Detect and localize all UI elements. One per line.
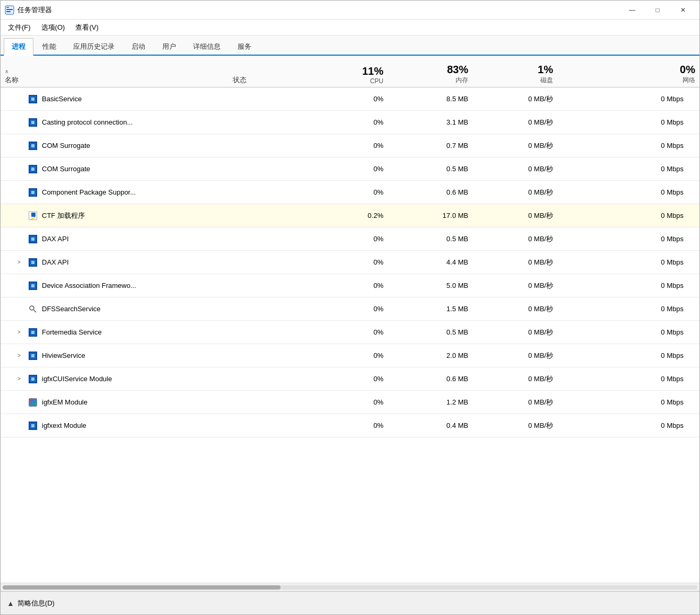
cell-memory: 0.5 MB [388,326,472,338]
cell-cpu: 0% [313,396,388,408]
cell-status [229,97,313,101]
expand-arrow [18,399,23,405]
maximize-button[interactable]: □ [645,3,670,17]
tab-app-history[interactable]: 应用历史记录 [65,38,122,55]
cell-name: igfxEM Module [1,396,229,409]
minimize-button[interactable]: — [620,3,644,17]
tab-users[interactable]: 用户 [154,38,184,55]
cell-name: igfxext Module [1,419,229,433]
tabs-bar: 进程 性能 应用历史记录 启动 用户 详细信息 服务 [1,36,699,56]
table-row[interactable]: > Fortemedia Service 0% 0.5 MB 0 MB/秒 0 … [1,321,699,344]
col-net-header[interactable]: 0% 网络 [557,62,699,87]
cell-name: DAX API [1,232,229,246]
table-row[interactable]: CTF 加载程序 0.2% 17.0 MB 0 MB/秒 0 Mbps [1,204,699,227]
window-title: 任务管理器 [18,5,52,15]
menu-file[interactable]: 文件(F) [4,21,35,34]
table-row[interactable]: Casting protocol connection... 0% 3.1 MB… [1,111,699,134]
table-row[interactable]: > HiviewService 0% 2.0 MB 0 MB/秒 0 Mbps [1,344,699,367]
process-icon [28,304,38,314]
expand-arrow[interactable]: > [18,353,23,358]
cell-memory: 0.6 MB [388,373,472,385]
table-row[interactable]: > igfxCUIService Module 0% 0.6 MB 0 MB/秒… [1,367,699,391]
cell-network: 0 Mbps [557,116,699,128]
expand-arrow[interactable]: > [18,259,23,265]
cell-network: 0 Mbps [557,419,699,432]
table-row[interactable]: > DAX API 0% 4.4 MB 0 MB/秒 0 Mbps [1,251,699,274]
col-cpu-header[interactable]: 11% CPU [313,63,388,87]
h-scroll-thumb[interactable] [3,585,281,590]
process-icon [28,398,38,407]
cell-name: > DAX API [1,256,229,269]
cell-disk: 0 MB/秒 [472,92,557,106]
process-name: Fortemedia Service [42,328,102,336]
table-row[interactable]: Component Package Suppor... 0% 0.6 MB 0 … [1,181,699,204]
process-name: BasicService [42,95,82,103]
process-icon [28,118,38,127]
cell-name: BasicService [1,92,229,106]
process-icon [28,258,38,267]
cell-status [229,214,313,218]
expand-arrow [18,423,23,428]
cell-disk: 0 MB/秒 [472,302,557,316]
cell-cpu: 0% [313,139,388,152]
cell-status [229,354,313,358]
table-row[interactable]: DAX API 0% 0.5 MB 0 MB/秒 0 Mbps [1,227,699,251]
menu-view[interactable]: 查看(V) [71,21,102,34]
disk-percent: 1% [538,64,553,76]
process-name: HiviewService [42,352,85,359]
cell-status [229,400,313,405]
title-left: 任务管理器 [5,5,52,15]
cell-memory: 17.0 MB [388,209,472,222]
tab-services[interactable]: 服务 [230,38,259,55]
svg-rect-3 [6,7,9,8]
mem-percent: 83% [447,64,468,76]
cell-status [229,330,313,335]
process-icon [28,374,38,384]
net-label: 网络 [682,76,695,85]
col-mem-header[interactable]: 83% 内存 [388,62,472,87]
cell-disk: 0 MB/秒 [472,162,557,176]
process-icon [28,211,38,221]
table-row[interactable]: COM Surrogate 0% 0.7 MB 0 MB/秒 0 Mbps [1,134,699,157]
expand-arrow [18,283,23,288]
tab-details[interactable]: 详细信息 [185,38,229,55]
expand-arrow [18,166,23,172]
col-disk-header[interactable]: 1% 磁盘 [472,62,557,87]
expand-arrow [18,236,23,242]
cell-memory: 1.5 MB [388,303,472,315]
process-icon [28,281,38,291]
close-button[interactable]: ✕ [671,3,695,17]
table-row[interactable]: Device Association Framewo... 0% 5.0 MB … [1,274,699,297]
cell-disk: 0 MB/秒 [472,209,557,223]
process-name: Casting protocol connection... [42,118,133,126]
table-row[interactable]: DFSSearchService 0% 1.5 MB 0 MB/秒 0 Mbps [1,297,699,321]
expand-arrow[interactable]: > [18,376,23,382]
table-row[interactable]: COM Surrogate 0% 0.5 MB 0 MB/秒 0 Mbps [1,157,699,181]
process-name: igfxEM Module [42,398,88,406]
status-bar[interactable]: ▲ 简略信息(D) [1,591,699,614]
cell-disk: 0 MB/秒 [472,372,557,386]
svg-rect-1 [6,9,13,10]
horizontal-scrollbar[interactable] [1,583,699,591]
tab-startup[interactable]: 启动 [124,38,153,55]
tab-processes[interactable]: 进程 [4,38,33,56]
process-list[interactable]: BasicService 0% 8.5 MB 0 MB/秒 0 Mbps Cas… [1,87,699,583]
cell-disk: 0 MB/秒 [472,186,557,199]
tab-performance[interactable]: 性能 [34,38,64,55]
process-name: DFSSearchService [42,305,101,313]
table-row[interactable]: BasicService 0% 8.5 MB 0 MB/秒 0 Mbps [1,87,699,111]
cpu-percent: 11% [362,65,383,77]
process-name: COM Surrogate [42,165,90,173]
process-name: CTF 加载程序 [42,211,85,221]
table-row[interactable]: igfxEM Module 0% 1.2 MB 0 MB/秒 0 Mbps [1,391,699,414]
col-status-header[interactable]: 状态 [229,73,313,87]
expand-arrow[interactable]: > [18,329,23,335]
table-row[interactable]: igfxext Module 0% 0.4 MB 0 MB/秒 0 Mbps [1,414,699,437]
status-bar-icon: ▲ [7,599,14,608]
menu-options[interactable]: 选项(O) [37,21,69,34]
col-name-header[interactable]: ∧ 名称 [1,66,229,87]
cell-status [229,377,313,381]
svg-point-4 [30,306,34,310]
menu-bar: 文件(F) 选项(O) 查看(V) [1,20,699,36]
process-name: Device Association Framewo... [42,282,136,289]
